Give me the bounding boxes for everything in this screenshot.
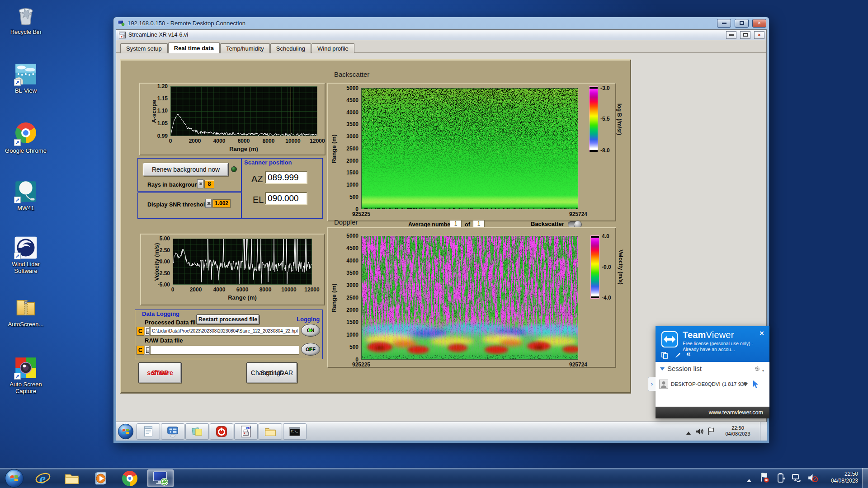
taskbar-internet-explorer-button[interactable]: e — [33, 469, 53, 487]
remote-tray-volume-icon[interactable] — [694, 427, 704, 438]
streamline-xr-icon: XR — [239, 425, 253, 438]
rdp-maximize-button[interactable] — [735, 19, 749, 28]
x-tick-label: 12000 — [304, 138, 331, 144]
doppler-heatmap[interactable] — [361, 236, 578, 360]
app-titlebar[interactable]: StreamLine XR v14-6.vi × — [116, 30, 766, 40]
raw-logging-off-button[interactable]: OFF — [301, 343, 320, 356]
remote-taskbar-explorer-button[interactable] — [259, 423, 282, 440]
connect-cursor-icon[interactable] — [751, 380, 760, 389]
restart-processed-file-button[interactable]: Restart processed file — [196, 314, 259, 324]
raw-path-field[interactable] — [150, 346, 299, 355]
snr-spinner[interactable] — [205, 199, 212, 208]
session-dropdown-icon[interactable] — [743, 383, 748, 389]
app-minimize-button[interactable] — [726, 31, 736, 39]
rays-spinner[interactable] — [197, 179, 203, 188]
session-list-label: Session list — [667, 365, 702, 372]
remote-tray-clock[interactable]: 22:50 04/08/2023 — [720, 425, 756, 437]
on-arrow-icon — [309, 328, 313, 333]
remote-taskbar-sticky-notes-button[interactable] — [185, 423, 209, 440]
taskbar-chrome-button[interactable] — [119, 469, 140, 487]
rdp-window-icon — [118, 19, 125, 27]
app-maximize-button[interactable] — [740, 31, 750, 39]
y-tick-label: 4000 — [337, 109, 359, 116]
teamviewer-copy-icon[interactable] — [661, 352, 669, 361]
y-tick-label: 4500 — [337, 97, 359, 103]
raw-path-browse-icon[interactable] — [145, 346, 150, 355]
app-close-button[interactable]: × — [754, 31, 764, 39]
taskbar-explorer-button[interactable] — [61, 469, 82, 487]
remote-taskbar-cmd-button[interactable]: C:\_ — [283, 423, 307, 440]
taskbar-rdp-button-active[interactable] — [147, 469, 174, 487]
remote-start-button[interactable] — [118, 423, 134, 440]
tray-volume-muted-icon[interactable] — [807, 472, 818, 485]
az-value-field[interactable]: 089.999 — [265, 171, 307, 184]
taskbar-media-player-button[interactable] — [90, 469, 111, 487]
desktop-icon-label: Recycle Bin — [3, 28, 49, 35]
remote-show-desktop-button[interactable] — [760, 422, 767, 441]
teamviewer-collapse-icon[interactable]: « — [686, 349, 690, 358]
tab-wind-profile[interactable]: Wind profile — [311, 43, 354, 53]
processed-logging-on-button[interactable]: ON — [301, 324, 320, 337]
command-prompt-icon: C:\_ — [288, 425, 302, 438]
desktop-icon-autoscreen[interactable]: AutoScreen... — [3, 296, 49, 328]
x-tick-label: 12000 — [298, 286, 326, 293]
y-tick-label: 2000 — [337, 158, 359, 164]
rdp-minimize-button[interactable] — [717, 19, 731, 28]
raw-drive-field[interactable]: C — [137, 346, 144, 355]
chrome-icon — [122, 471, 137, 486]
tab-temp-humidity[interactable]: Temp/humidity — [220, 43, 270, 53]
processed-drive-field[interactable]: C — [137, 327, 144, 336]
ascope-plot[interactable] — [170, 86, 317, 136]
processed-path-browse-icon[interactable] — [145, 327, 150, 336]
teamviewer-link[interactable]: www.teamviewer.com — [709, 409, 763, 416]
change-button-line2: Settings — [260, 369, 283, 377]
el-value-field[interactable]: 090.000 — [265, 192, 307, 205]
tab-scheduling[interactable]: Scheduling — [270, 43, 311, 53]
remote-tray-action-center-icon[interactable] — [706, 427, 716, 438]
show-desktop-button[interactable] — [862, 468, 868, 488]
tray-network-icon[interactable] — [791, 473, 802, 485]
y-tick-label: 1.20 — [147, 83, 168, 89]
session-avatar-icon — [659, 380, 668, 389]
colorbar-tick-label: -3.0 — [600, 85, 610, 91]
tray-clock[interactable]: 22:50 04/08/2023 — [822, 471, 858, 484]
host-taskbar: e 22:50 04/08/2023 — [0, 468, 868, 488]
renew-background-button[interactable]: Renew background now — [143, 163, 229, 176]
velocity-plot[interactable] — [173, 239, 312, 285]
tray-action-center-icon[interactable] — [759, 472, 770, 485]
teamviewer-brush-icon[interactable] — [674, 351, 682, 361]
teamviewer-close-icon[interactable]: × — [760, 329, 764, 338]
session-list-options-gear-icon[interactable]: ▾ — [754, 366, 764, 374]
backscatter-heatmap[interactable] — [361, 88, 578, 209]
remote-tray-show-hidden-icon[interactable] — [686, 429, 691, 435]
snr-value-field[interactable]: 1.002 — [212, 199, 231, 208]
rays-in-background-label: Rays in background — [147, 182, 201, 188]
remote-taskbar-settings-button[interactable] — [161, 423, 184, 440]
processed-path-field[interactable]: C:\Lidar\Data\Proc\2023\202308\20230804\… — [150, 327, 299, 336]
rays-value-field[interactable]: 8 — [204, 180, 214, 188]
tray-power-icon[interactable] — [776, 473, 787, 485]
desktop-icon-wind-lidar[interactable]: ➚ Wind Lidar Software — [3, 236, 49, 274]
stop-software-button[interactable]: STOP software — [138, 362, 182, 383]
desktop-icon-recycle-bin[interactable]: Recycle Bin — [3, 4, 49, 35]
rdp-titlebar[interactable]: 192.168.0.150 - Remote Desktop Connectio… — [113, 17, 769, 29]
change-lidar-settings-button[interactable]: Change LiDAR Settings — [246, 362, 297, 383]
session-list-item[interactable]: DESKTOP-OE0QDVI (1 817 937 — [658, 378, 767, 391]
y-tick-label: 2000 — [337, 307, 359, 313]
tab-real-time-data[interactable]: Real time data — [168, 42, 220, 53]
rdp-close-button[interactable]: × — [752, 19, 766, 28]
brand-bold: Team — [683, 330, 706, 340]
backscatter-doppler-toggle[interactable] — [568, 221, 581, 227]
remote-taskbar-notepad-button[interactable] — [137, 423, 160, 440]
desktop-icon-mw41[interactable]: ➚ MW41 — [3, 180, 49, 211]
tab-system-setup[interactable]: System setup — [120, 43, 168, 53]
remote-taskbar-stop-app-button[interactable] — [210, 423, 233, 440]
teamviewer-expander-tab[interactable]: › — [648, 377, 656, 391]
desktop-icon-bl-view[interactable]: ➚ BL-View — [3, 62, 49, 94]
desktop-icon-google-chrome[interactable]: ➚ Google Chrome — [3, 121, 49, 154]
start-button[interactable] — [5, 469, 24, 488]
tray-show-hidden-icon[interactable] — [747, 477, 751, 482]
remote-taskbar-streamline-xr-button[interactable]: XR — [234, 423, 258, 440]
desktop-icon-auto-screen-capture[interactable]: ➚ Auto Screen Capture — [3, 356, 49, 394]
session-list-expand-icon[interactable] — [660, 367, 665, 373]
